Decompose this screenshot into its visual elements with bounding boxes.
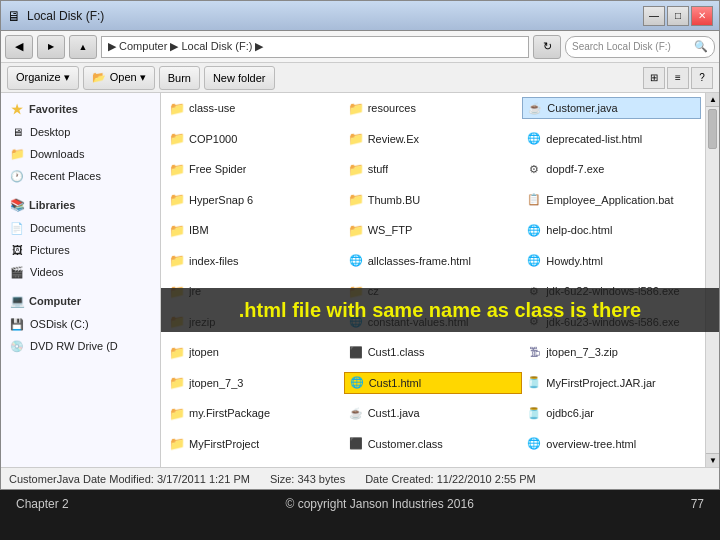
file-item[interactable]: 📁IBM — [165, 219, 344, 241]
file-name: jtopen_7_3 — [189, 377, 243, 389]
file-name: MyFirstProject — [189, 438, 259, 450]
minimize-button[interactable]: — — [643, 6, 665, 26]
scroll-down-button[interactable]: ▼ — [706, 453, 719, 467]
file-item[interactable]: ⚙dopdf-7.exe — [522, 158, 701, 180]
desktop-icon: 🖥 — [9, 124, 25, 140]
scrollbar-vertical[interactable]: ▲ ▼ — [705, 93, 719, 467]
file-item[interactable]: 📁Review.Ex — [344, 128, 523, 150]
open-label: Open ▾ — [110, 71, 146, 84]
file-name: Customer.java — [547, 102, 617, 114]
file-item[interactable]: 🌐Howdy.html — [522, 250, 701, 272]
html-file-icon: 🌐 — [526, 436, 542, 452]
dvdrw-icon: 💿 — [9, 338, 25, 354]
scroll-up-button[interactable]: ▲ — [706, 93, 719, 107]
file-item[interactable]: 📁jtopen_7_3 — [165, 372, 344, 394]
up-button[interactable]: ▲ — [69, 35, 97, 59]
address-bar: ◀ ▶ ▲ ▶ Computer ▶ Local Disk (F:) ▶ ↻ S… — [1, 31, 719, 63]
file-item[interactable]: 📁stuff — [344, 158, 523, 180]
sidebar-item-documents[interactable]: 📄 Documents — [1, 217, 160, 239]
search-icon[interactable]: 🔍 — [694, 40, 708, 53]
file-name: Review.Ex — [368, 133, 419, 145]
file-name: dopdf-7.exe — [546, 163, 604, 175]
computer-group[interactable]: 💻 Computer — [1, 289, 160, 313]
file-item[interactable]: 🫙MyFirstProject.JAR.jar — [522, 372, 701, 394]
address-path[interactable]: ▶ Computer ▶ Local Disk (F:) ▶ — [101, 36, 529, 58]
file-item[interactable]: 🌐Cust1.html — [344, 372, 523, 394]
open-button[interactable]: 📂 Open ▾ — [83, 66, 155, 90]
scroll-thumb[interactable] — [708, 109, 717, 149]
search-box[interactable]: Search Local Disk (F:) 🔍 — [565, 36, 715, 58]
file-item[interactable]: ☕Cust1.java — [344, 402, 523, 424]
folder-file-icon: 📁 — [169, 375, 185, 391]
documents-label: Documents — [30, 222, 86, 234]
file-item[interactable]: 📁resources — [344, 97, 523, 119]
star-icon: ★ — [9, 101, 25, 117]
maximize-button[interactable]: □ — [667, 6, 689, 26]
view-toggle-1[interactable]: ⊞ — [643, 67, 665, 89]
burn-button[interactable]: Burn — [159, 66, 200, 90]
file-name: Customer.class — [368, 438, 443, 450]
sidebar-item-desktop[interactable]: 🖥 Desktop — [1, 121, 160, 143]
sidebar-item-pictures[interactable]: 🖼 Pictures — [1, 239, 160, 261]
top-banner-text: .html file with same name as class is th… — [239, 299, 641, 322]
videos-icon: 🎬 — [9, 264, 25, 280]
organize-button[interactable]: Organize ▾ — [7, 66, 79, 90]
sidebar-item-recent[interactable]: 🕐 Recent Places — [1, 165, 160, 187]
help-button[interactable]: ? — [691, 67, 713, 89]
folder-file-icon: 📁 — [348, 131, 364, 147]
file-item[interactable]: ☕Customer.java — [522, 97, 701, 119]
footer-chapter: Chapter 2 — [16, 497, 69, 511]
sidebar-item-videos[interactable]: 🎬 Videos — [1, 261, 160, 283]
file-item[interactable]: 📁Free Spider — [165, 158, 344, 180]
new-folder-button[interactable]: New folder — [204, 66, 275, 90]
sidebar-item-downloads[interactable]: 📁 Downloads — [1, 143, 160, 165]
file-item[interactable]: 📁WS_FTP — [344, 219, 523, 241]
file-name: index-files — [189, 255, 239, 267]
file-item[interactable]: 🗜jtopen_7_3.zip — [522, 341, 701, 363]
view-buttons: ⊞ ≡ ? — [643, 67, 713, 89]
file-item[interactable]: ⬛Customer.class — [344, 433, 523, 455]
bat-file-icon: 📋 — [526, 192, 542, 208]
file-name: Cust1.html — [369, 377, 422, 389]
file-item[interactable]: 📁index-files — [165, 250, 344, 272]
sidebar-item-dvdrw[interactable]: 💿 DVD RW Drive (D — [1, 335, 160, 357]
file-item[interactable]: 🌐deprecated-list.html — [522, 128, 701, 150]
file-item[interactable]: 🫙ojdbc6.jar — [522, 402, 701, 424]
title-bar: 🖥 Local Disk (F:) — □ ✕ — [1, 1, 719, 31]
folder-file-icon: 📁 — [348, 222, 364, 238]
favorites-group[interactable]: ★ Favorites — [1, 97, 160, 121]
file-item[interactable]: 📁class-use — [165, 97, 344, 119]
downloads-folder-icon: 📁 — [9, 146, 25, 162]
status-size-info: Size: 343 bytes — [270, 473, 345, 485]
file-item[interactable]: 🌐help-doc.html — [522, 219, 701, 241]
libraries-group[interactable]: 📚 Libraries — [1, 193, 160, 217]
file-name: my.FirstPackage — [189, 407, 270, 419]
sidebar-item-osdisk[interactable]: 💾 OSDisk (C:) — [1, 313, 160, 335]
file-item[interactable]: 🌐allclasses-frame.html — [344, 250, 523, 272]
back-button[interactable]: ◀ — [5, 35, 33, 59]
file-item[interactable]: ⬛Cust1.class — [344, 341, 523, 363]
forward-button[interactable]: ▶ — [37, 35, 65, 59]
file-item[interactable]: 📋Employee_Application.bat — [522, 189, 701, 211]
desktop-label: Desktop — [30, 126, 70, 138]
folder-file-icon: 📁 — [169, 161, 185, 177]
file-item[interactable]: 📁MyFirstProject — [165, 433, 344, 455]
recent-label: Recent Places — [30, 170, 101, 182]
slide-footer: Chapter 2 © copyright Janson Industries … — [0, 490, 720, 518]
file-item[interactable]: 📁HyperSnap 6 — [165, 189, 344, 211]
file-item[interactable]: 🌐overview-tree.html — [522, 433, 701, 455]
close-button[interactable]: ✕ — [691, 6, 713, 26]
file-item[interactable]: 📁my.FirstPackage — [165, 402, 344, 424]
search-placeholder: Search Local Disk (F:) — [572, 41, 671, 52]
main-content: ★ Favorites 🖥 Desktop 📁 Downloads 🕐 Rece… — [1, 93, 719, 467]
view-toggle-2[interactable]: ≡ — [667, 67, 689, 89]
file-item[interactable]: 📁COP1000 — [165, 128, 344, 150]
file-item[interactable]: 📁Thumb.BU — [344, 189, 523, 211]
file-name: Free Spider — [189, 163, 246, 175]
file-item[interactable]: 📁jtopen — [165, 341, 344, 363]
html-file-icon: 🌐 — [349, 375, 365, 391]
folder-file-icon: 📁 — [169, 436, 185, 452]
java-file-icon: ☕ — [348, 405, 364, 421]
refresh-button[interactable]: ↻ — [533, 35, 561, 59]
file-name: Cust1.java — [368, 407, 420, 419]
